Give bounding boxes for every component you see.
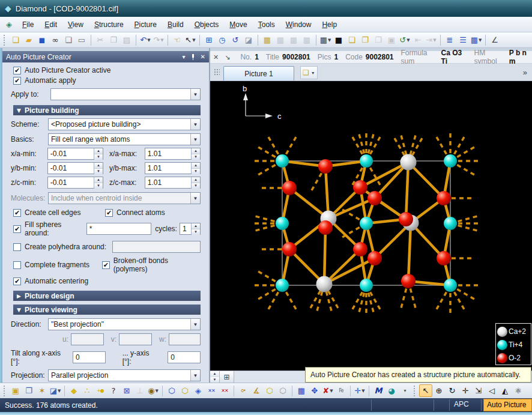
spin-tool-icon[interactable]: ⚛	[512, 384, 525, 397]
polyhedra-icon[interactable]: ◈	[192, 384, 205, 397]
ring-search-icon[interactable]: ⬡	[263, 384, 276, 397]
menu-item-picture[interactable]: Picture	[129, 18, 162, 31]
tab-picture-1[interactable]: Picture 1	[223, 66, 294, 80]
fe-bond-icon[interactable]: Fe	[334, 384, 348, 397]
atom-query-icon[interactable]: ?	[107, 384, 120, 397]
cycles-spinbox[interactable]: 1▲▼	[180, 223, 201, 235]
tilt-tool-icon[interactable]: ◭	[498, 384, 512, 397]
coordination-sphere-icon[interactable]: ◉▼	[147, 384, 160, 397]
unit-cell-icon[interactable]: ▦	[295, 384, 308, 397]
save-file-icon[interactable]: ◼	[35, 34, 49, 46]
new-picture-button[interactable]: ❏ ▼	[300, 66, 318, 79]
angle-view-icon[interactable]: ∠	[488, 34, 501, 46]
scheme-combobox[interactable]: <Proposed picture building>▼	[48, 118, 201, 130]
copy-view-icon[interactable]: ❐	[22, 384, 35, 397]
select-mode-icon[interactable]: ↖▼	[184, 34, 197, 46]
undo-icon[interactable]: ↶▼	[139, 34, 152, 46]
section-picture-viewing[interactable]: ▼ Picture viewing	[13, 304, 201, 315]
print-icon[interactable]: ▭	[75, 34, 88, 46]
checkbox-polyhedra[interactable]	[13, 243, 21, 251]
apply-to-combobox[interactable]: ▼	[50, 88, 201, 100]
eraser-icon[interactable]: ◆	[67, 384, 80, 397]
magic-wand-icon[interactable]: ✶	[35, 384, 49, 397]
projection-combobox[interactable]: Parallel projection▼	[48, 369, 201, 381]
section-picture-design[interactable]: ▶ Picture design	[13, 291, 201, 301]
menu-item-build[interactable]: Build	[162, 18, 189, 31]
center-structure-icon[interactable]: ✛▼	[353, 384, 366, 397]
measure-angle-icon[interactable]: ∡	[250, 384, 263, 397]
pointer-alt-icon[interactable]: ◁	[485, 384, 498, 397]
direction-combobox[interactable]: "Best projection"▼	[48, 318, 201, 330]
tab-overflow-chevron[interactable]: »	[523, 68, 527, 77]
yb-max-spinbox[interactable]: 1.01▲▼	[145, 162, 201, 174]
menu-item-help[interactable]: Help	[316, 18, 342, 31]
split-view-icon[interactable]: ◪	[242, 34, 255, 46]
create-bond-icon[interactable]: o•	[237, 384, 250, 397]
toolbar-grip[interactable]	[214, 68, 220, 76]
add-atoms-icon[interactable]: ∴	[80, 384, 94, 397]
undock-icon[interactable]: ↘	[225, 53, 230, 61]
grid-options-icon[interactable]: ▦▼	[319, 34, 332, 46]
connect-atoms-icon[interactable]: ⊠	[120, 384, 133, 397]
xa-max-spinbox[interactable]: 1.01▲▼	[145, 148, 201, 160]
open-file-icon[interactable]: ▰	[22, 34, 35, 46]
fill-spheres-input[interactable]: *	[86, 223, 152, 235]
restore-view-icon[interactable]: ↺	[229, 34, 242, 46]
auto-picture-mode-badge[interactable]: Auto Picture	[483, 399, 532, 411]
menu-item-edit[interactable]: Edit	[39, 18, 62, 31]
toolbar-options-icon[interactable]: ▾	[398, 384, 411, 397]
new-file-icon[interactable]: ❏	[9, 34, 22, 46]
structure-picture-icon[interactable]: ■	[332, 34, 345, 46]
yb-min-spinbox[interactable]: -0.01▲▼	[47, 162, 103, 174]
table-view-icon[interactable]: ▦▼	[470, 34, 483, 46]
toolbar-grip[interactable]	[414, 386, 417, 396]
toolbar-grip[interactable]	[4, 35, 7, 46]
print-preview-icon[interactable]: ❏	[62, 34, 75, 46]
close-document-icon[interactable]: ✕	[213, 53, 219, 61]
translate-icon[interactable]: ✛	[459, 384, 472, 397]
orientation-icon[interactable]: ✥	[308, 384, 321, 397]
checkbox-fill-spheres[interactable]: ✔	[13, 225, 21, 233]
tilt-x-input[interactable]: 0	[73, 351, 106, 363]
close-icon[interactable]: ✕	[201, 53, 205, 60]
checkbox-broken-bonds[interactable]: ✔	[102, 261, 110, 269]
lattice-red-icon[interactable]: ✕✕	[218, 384, 231, 397]
menu-item-view[interactable]: View	[62, 18, 89, 31]
menu-item-window[interactable]: Window	[280, 18, 317, 31]
checkbox-auto-apply[interactable]: ✔	[13, 77, 21, 85]
menu-item-objects[interactable]: Objects	[189, 18, 225, 31]
panel-header[interactable]: Auto Picture Creator ▾ ✕	[2, 51, 209, 62]
picture-to-clipboard-icon[interactable]: ❐	[358, 34, 372, 46]
picture-mode-icon[interactable]: ▣	[9, 384, 22, 397]
pan-icon[interactable]: ☜	[171, 34, 184, 46]
checkbox-cell-edges[interactable]: ✔	[13, 209, 21, 217]
data-sheet-icon[interactable]: ▦	[261, 34, 274, 46]
properties-icon[interactable]: ☰	[456, 34, 470, 46]
rotate-free-icon[interactable]: ⊕	[432, 384, 446, 397]
picture-spinner[interactable]: ▲▼	[210, 371, 220, 383]
report-icon[interactable]: ≣	[443, 34, 456, 46]
scale-tool-icon[interactable]: ⇲	[472, 384, 485, 397]
menu-item-tools[interactable]: Tools	[253, 18, 280, 31]
picture-history-icon[interactable]: ↺▼	[398, 34, 411, 46]
document-icon[interactable]: ◈	[6, 20, 12, 29]
render-view-icon[interactable]: ◕	[385, 384, 398, 397]
toolbar-grip[interactable]	[4, 386, 7, 396]
polygon-yellow-icon[interactable]: ⬡	[178, 384, 192, 397]
viewer-icon[interactable]: ◪▼	[49, 384, 62, 397]
checkbox-apc-active[interactable]: ✔	[13, 67, 21, 74]
rotate-z-icon[interactable]: ↻	[446, 384, 459, 397]
crystal-structure-scene[interactable]: bc	[210, 81, 532, 371]
zc-min-spinbox[interactable]: -0.01▲▼	[47, 177, 103, 189]
find-icon[interactable]: ∞	[49, 34, 62, 46]
xa-min-spinbox[interactable]: -0.01▲▼	[47, 148, 103, 160]
checkbox-complete-fragments[interactable]	[13, 261, 21, 269]
destroy-bonds-icon[interactable]: ✘▼	[321, 384, 334, 397]
measure-mode-icon[interactable]: M	[372, 384, 385, 397]
tilt-y-input[interactable]: 0	[168, 351, 201, 363]
add-atom-icon[interactable]: +●	[94, 384, 107, 397]
checkbox-automatic-centering[interactable]: ✔	[13, 277, 21, 285]
history-icon[interactable]: ◷	[216, 34, 229, 46]
structure-drawing-area[interactable]: bc Ca+2Ti+4O-2	[210, 81, 532, 371]
navigation-pane-icon[interactable]: ⊞	[202, 34, 216, 46]
